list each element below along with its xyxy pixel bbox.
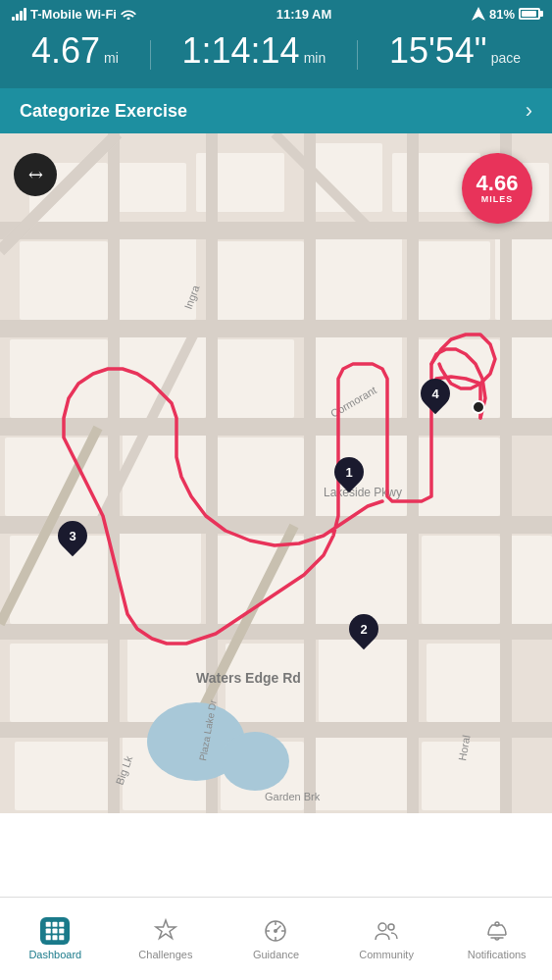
svg-rect-66 xyxy=(46,922,51,927)
svg-text:Waters Edge Rd: Waters Edge Rd xyxy=(196,670,301,686)
nav-challenges[interactable]: Challenges xyxy=(111,909,222,968)
duration-stat: 1:14:14 min xyxy=(182,33,326,69)
battery-percent: 81% xyxy=(489,7,515,22)
mile-badge: 4.66 MILES xyxy=(462,153,532,224)
mile-badge-value: 4.66 xyxy=(477,173,519,194)
distance-unit: mi xyxy=(104,50,119,66)
stats-bar: 4.67 mi 1:14:14 min 15'54" pace xyxy=(0,27,552,88)
svg-rect-50 xyxy=(500,133,512,813)
svg-point-82 xyxy=(378,923,386,931)
nav-dashboard[interactable]: Dashboard xyxy=(0,909,111,968)
status-left: T-Mobile Wi-Fi xyxy=(12,7,136,22)
svg-rect-9 xyxy=(206,241,304,320)
svg-rect-11 xyxy=(412,241,490,320)
route-end-dot xyxy=(472,400,485,414)
community-icon xyxy=(372,917,401,945)
svg-rect-67 xyxy=(53,922,58,927)
svg-rect-42 xyxy=(0,418,552,436)
svg-rect-73 xyxy=(53,935,58,940)
notifications-icon xyxy=(482,917,512,945)
expand-map-button[interactable]: ⤢ xyxy=(14,153,57,196)
status-right: 81% xyxy=(472,7,540,22)
time-display: 11:19 AM xyxy=(276,7,332,22)
svg-rect-45 xyxy=(0,722,552,738)
svg-rect-35 xyxy=(15,742,113,810)
guidance-icon xyxy=(261,917,290,945)
expand-icon: ⤢ xyxy=(23,162,48,187)
svg-rect-38 xyxy=(314,732,412,810)
chevron-right-icon: › xyxy=(526,98,532,124)
nav-community[interactable]: Community xyxy=(331,909,442,968)
status-bar: T-Mobile Wi-Fi 11:19 AM 81% xyxy=(0,0,552,27)
svg-rect-74 xyxy=(60,935,65,940)
svg-rect-30 xyxy=(10,644,118,722)
svg-rect-15 xyxy=(216,339,294,418)
svg-rect-23 xyxy=(417,438,500,516)
svg-line-81 xyxy=(276,926,280,931)
svg-text:Garden Brk: Garden Brk xyxy=(265,791,321,802)
svg-rect-68 xyxy=(60,922,65,927)
svg-rect-49 xyxy=(407,133,419,813)
svg-rect-71 xyxy=(60,928,65,933)
notifications-label: Notifications xyxy=(468,949,527,960)
category-title: Categorize Exercise xyxy=(20,101,187,122)
svg-rect-40 xyxy=(0,222,552,239)
distance-value: 4.67 xyxy=(31,33,100,69)
challenges-label: Challenges xyxy=(138,949,192,960)
svg-rect-10 xyxy=(314,232,402,320)
svg-rect-29 xyxy=(510,536,552,624)
battery-icon xyxy=(519,8,540,20)
svg-rect-70 xyxy=(53,928,58,933)
dashboard-label: Dashboard xyxy=(28,949,81,960)
challenges-icon xyxy=(151,917,180,945)
svg-rect-69 xyxy=(46,928,51,933)
svg-rect-18 xyxy=(505,330,552,418)
svg-rect-28 xyxy=(422,536,500,624)
community-label: Community xyxy=(359,949,414,960)
waypoint-3: 3 xyxy=(57,521,88,558)
svg-rect-48 xyxy=(304,133,316,813)
map-svg: Ingra Cormorant Lakeside Pkwy Waters Edg… xyxy=(0,133,552,813)
stat-divider-2 xyxy=(357,40,358,70)
svg-rect-34 xyxy=(427,644,505,722)
svg-rect-44 xyxy=(0,624,552,640)
svg-rect-7 xyxy=(20,241,108,320)
svg-rect-13 xyxy=(10,339,108,418)
bottom-nav: Dashboard Challenges Guidance xyxy=(0,897,552,980)
svg-point-57 xyxy=(221,732,289,791)
svg-rect-72 xyxy=(46,935,51,940)
pace-stat: 15'54" pace xyxy=(389,33,521,69)
distance-stat: 4.67 mi xyxy=(31,33,119,69)
svg-point-83 xyxy=(388,924,394,930)
svg-rect-46 xyxy=(108,133,120,813)
duration-unit: min xyxy=(304,50,326,66)
pace-unit: pace xyxy=(491,50,521,66)
map-area: Ingra Cormorant Lakeside Pkwy Waters Edg… xyxy=(0,133,552,813)
nav-notifications[interactable]: Notifications xyxy=(441,909,552,968)
duration-value: 1:14:14 xyxy=(182,33,300,69)
category-bar[interactable]: Categorize Exercise › xyxy=(0,88,552,133)
carrier-label: T-Mobile Wi-Fi xyxy=(30,7,117,22)
waypoint-4: 4 xyxy=(420,379,451,416)
svg-rect-26 xyxy=(211,536,304,624)
location-arrow-icon xyxy=(472,7,485,21)
svg-rect-25 xyxy=(118,526,201,624)
waypoint-1: 1 xyxy=(333,457,365,494)
svg-rect-2 xyxy=(118,163,186,212)
guidance-label: Guidance xyxy=(253,949,299,960)
pace-value: 15'54" xyxy=(389,33,487,69)
stat-divider-1 xyxy=(150,40,151,70)
signal-icon xyxy=(12,8,26,21)
dashboard-icon xyxy=(40,917,70,945)
svg-rect-21 xyxy=(216,438,304,516)
svg-rect-27 xyxy=(314,526,412,624)
nav-guidance[interactable]: Guidance xyxy=(221,909,331,968)
wifi-icon xyxy=(121,8,136,20)
waypoint-2: 2 xyxy=(348,614,379,651)
miles-label: MILES xyxy=(481,194,514,204)
